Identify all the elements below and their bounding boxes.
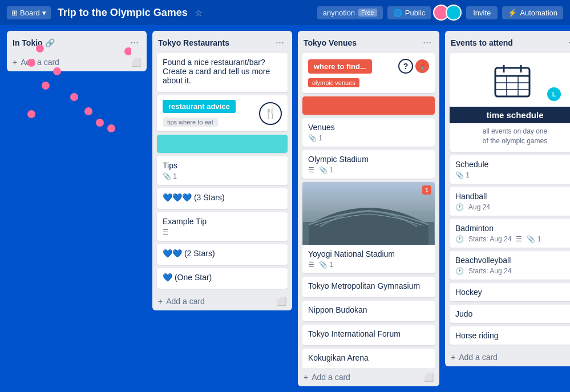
card-schedule-title: Schedule: [455, 160, 570, 169]
card-olympic-stadium[interactable]: Olympic Stadium ☰ 📎 1: [302, 150, 435, 179]
board-icon: ⊞: [11, 9, 18, 17]
time-badge: L: [546, 86, 562, 102]
board: In Tokio 🔗 ··· + Add a card ⬜: [0, 25, 570, 392]
avatar: [446, 5, 462, 21]
card-nippon-budokan[interactable]: Nippon Budokan: [302, 301, 435, 321]
restaurant-icon: 🍴: [259, 102, 282, 125]
board-button[interactable]: ⊞ Board ▾: [7, 6, 51, 19]
column-tokyo-venues: Tokyo Venues ··· where to find... ? 📍 ol…: [298, 31, 439, 386]
add-card-button-restaurants[interactable]: + Add a card ⬜: [152, 292, 292, 310]
anynotion-button[interactable]: anynotion Free: [317, 6, 383, 19]
card-horse-riding[interactable]: Horse riding: [450, 326, 570, 345]
card-beachvolleyball[interactable]: Beachvolleyball 🕐 Starts: Aug 24: [450, 251, 570, 280]
automation-label: Automation: [520, 9, 557, 17]
column-title-in-tokio: In Tokio 🔗: [13, 38, 55, 47]
column-tokyo-restaurants: Tokyo Restaurants ··· Found a nice resta…: [152, 31, 292, 310]
add-card-button-in-tokio[interactable]: + Add a card ⬜: [7, 53, 147, 71]
card-kokugikan-arena[interactable]: Kokugikan Arena: [302, 349, 435, 368]
handball-date: Aug 24: [468, 203, 490, 211]
card-pink-bar[interactable]: [302, 96, 435, 115]
description-icon: ☰: [308, 166, 314, 174]
add-card-button-events[interactable]: + Add a card ⬜: [445, 348, 570, 366]
card-yoyogi[interactable]: 1 Yoyogi National Stadium ☰ 📎 1: [302, 182, 435, 273]
card-cyan-bar[interactable]: [157, 135, 288, 153]
invite-button[interactable]: Invite: [466, 6, 498, 19]
column-menu-restaurants[interactable]: ···: [273, 35, 286, 50]
card-tokyo-international-forum[interactable]: Tokyo International Forum: [302, 325, 435, 345]
attachment-icon: 📎 1: [319, 166, 333, 174]
public-button[interactable]: 🌐 Public: [387, 6, 431, 19]
invite-label: Invite: [473, 9, 491, 17]
card-1star[interactable]: 💙 (One Star): [157, 268, 288, 289]
star-icon[interactable]: ☆: [195, 7, 203, 18]
column-events-to-attend: Events to attend ···: [445, 31, 570, 366]
add-card-button-venues[interactable]: + Add a card ⬜: [298, 368, 439, 386]
column-menu-events[interactable]: ···: [566, 35, 570, 50]
copy-icon: ⬜: [277, 297, 286, 306]
column-header-restaurants: Tokyo Restaurants ···: [152, 31, 292, 53]
column-body-venues: where to find... ? 📍 olympic venues Venu…: [298, 53, 439, 368]
plus-icon: +: [451, 353, 455, 362]
card-3stars-title: 💙💙💙 (3 Stars): [163, 193, 282, 202]
card-judo[interactable]: Judo: [450, 305, 570, 323]
card-2stars[interactable]: 💙💙 (2 Stars): [157, 244, 288, 265]
events-subtitle: all events on day oneof the olympic game…: [450, 123, 570, 152]
card-olympic-stadium-title: Olympic Stadium: [308, 155, 429, 164]
copy-icon: ⬜: [131, 58, 141, 67]
card-hockey-title: Hockey: [455, 288, 570, 297]
tips-where-tag: tips where to eat: [163, 118, 218, 127]
image-badge: 1: [422, 185, 431, 195]
time-schedule-banner: time schedule: [450, 107, 570, 123]
column-menu-venues[interactable]: ···: [421, 35, 434, 50]
page-title: Trip to the Olympic Games: [58, 7, 188, 19]
automation-button[interactable]: ⚡ Automation: [502, 6, 563, 19]
card-horse-riding-title: Horse riding: [455, 331, 570, 340]
card-kokugikan-arena-title: Kokugikan Arena: [308, 353, 429, 362]
card-yoyogi-title: Yoyogi National Stadium: [308, 249, 429, 258]
card-where-to-find[interactable]: where to find... ? 📍 olympic venues: [302, 53, 435, 93]
card-badminton[interactable]: Badminton 🕐 Starts: Aug 24 ☰ 📎 1: [450, 219, 570, 248]
card-time-schedule-featured[interactable]: L time schedule all events on day oneof …: [450, 53, 570, 152]
attachment-icon: 📎 1: [163, 172, 177, 180]
card-1star-title: 💙 (One Star): [163, 273, 282, 282]
column-body-restaurants: Found a nice restaurant/bar? Create a ca…: [152, 53, 292, 292]
card-schedule[interactable]: Schedule 📎 1: [450, 155, 570, 184]
description-icon: ☰: [308, 261, 314, 269]
add-card-label: Add a card: [21, 58, 59, 67]
card-beachvolleyball-title: Beachvolleyball: [455, 256, 570, 265]
attachment-icon: 📎 1: [527, 235, 541, 243]
column-menu-in-tokio[interactable]: ···: [128, 35, 141, 50]
card-3stars[interactable]: 💙💙💙 (3 Stars): [157, 188, 288, 209]
clock-icon: 🕐: [455, 203, 464, 211]
plus-icon: +: [304, 373, 308, 382]
clock-icon: 🕐: [455, 267, 464, 275]
card-description-text: Found a nice restaurant/bar? Create a ca…: [163, 58, 282, 85]
card-restaurant-advice[interactable]: restaurant advice tips where to eat 🍴: [157, 95, 288, 131]
beachvolleyball-date: Starts: Aug 24: [468, 267, 511, 275]
card-tokyo-international-forum-title: Tokyo International Forum: [308, 329, 429, 338]
card-example-tip[interactable]: Example Tip ☰: [157, 212, 288, 241]
card-judo-title: Judo: [455, 309, 570, 318]
public-label: Public: [405, 9, 425, 17]
description-icon: ☰: [516, 235, 522, 243]
card-handball[interactable]: Handball 🕐 Aug 24: [450, 187, 570, 216]
card-tips[interactable]: Tips 📎 1: [157, 156, 288, 185]
card-nippon-budokan-title: Nippon Budokan: [308, 305, 429, 314]
yoyogi-card-content: Yoyogi National Stadium ☰ 📎 1: [302, 245, 435, 273]
attachment-icon: 📎 1: [455, 171, 470, 179]
card-description[interactable]: Found a nice restaurant/bar? Create a ca…: [157, 53, 288, 92]
time-schedule-label: time schedule: [486, 110, 543, 120]
card-example-tip-title: Example Tip: [163, 217, 282, 226]
question-icon: ?: [398, 59, 413, 74]
column-body-events: L time schedule all events on day oneof …: [445, 53, 570, 348]
plus-icon: +: [13, 58, 17, 67]
card-venues[interactable]: Venues 📎 1: [302, 118, 435, 147]
olympic-venues-tag: olympic venues: [308, 78, 359, 87]
header: ⊞ Board ▾ Trip to the Olympic Games ☆ an…: [0, 0, 570, 25]
card-metropolitan-gym[interactable]: Tokyo Metropolitan Gymnasium: [302, 277, 435, 297]
column-in-tokio: In Tokio 🔗 ··· + Add a card ⬜: [7, 31, 147, 71]
copy-icon: ⬜: [424, 373, 434, 382]
column-title-events: Events to attend: [451, 38, 513, 47]
anynotion-label: anynotion: [323, 9, 355, 17]
card-hockey[interactable]: Hockey: [450, 283, 570, 301]
